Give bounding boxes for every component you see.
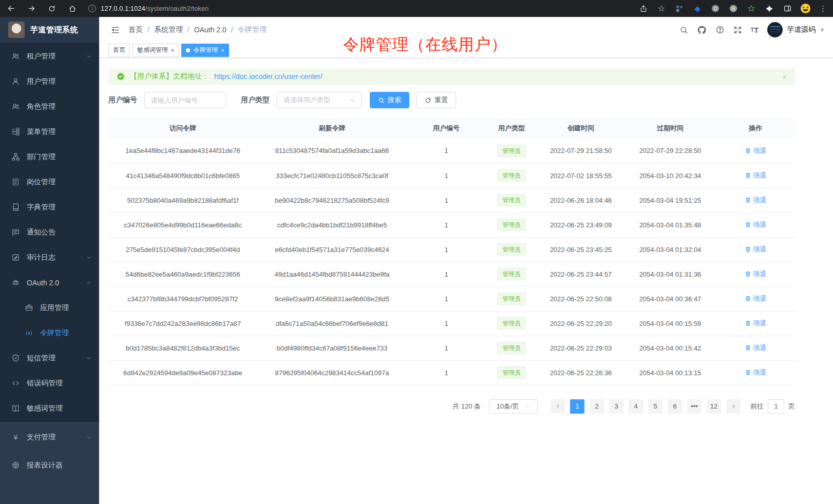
sidebar-item-label: 敏感词管理 xyxy=(27,404,63,413)
browser-home-icon[interactable] xyxy=(68,4,77,13)
page-button-5[interactable]: 5 xyxy=(648,399,662,414)
alert-close-icon[interactable]: × xyxy=(782,72,787,81)
action-cell: 强退 xyxy=(716,360,795,385)
sidebar-item-notice[interactable]: 通知公告 xyxy=(0,220,99,245)
extension-grid-icon[interactable] xyxy=(675,4,684,13)
force-logout-button[interactable]: 强退 xyxy=(745,368,767,377)
user-type-select[interactable]: 请选择用户类型 xyxy=(277,92,362,108)
table-row: f9336e7c7dd242a283ee98dc86b17a87dfa6c71a… xyxy=(108,311,795,336)
check-circle-icon xyxy=(117,72,125,81)
page-button-2[interactable]: 2 xyxy=(590,399,604,414)
post-icon xyxy=(11,178,20,186)
page-size-select[interactable]: 10条/页 xyxy=(489,399,538,414)
sidebar-item-dict[interactable]: 字典管理 xyxy=(0,195,99,220)
reset-button[interactable]: 重置 xyxy=(416,92,456,108)
font-size-icon[interactable]: TT xyxy=(751,26,759,34)
breadcrumb-item[interactable]: 首页 xyxy=(128,25,143,34)
extension-pin-icon[interactable] xyxy=(765,4,774,13)
fullscreen-icon[interactable] xyxy=(733,26,742,34)
page-button-4[interactable]: 4 xyxy=(629,399,643,414)
app-logo[interactable]: 芋道管理系统 xyxy=(0,17,99,43)
force-logout-button[interactable]: 强退 xyxy=(745,343,767,353)
page-button-1[interactable]: 1 xyxy=(570,399,584,414)
sidebar-item-post[interactable]: 岗位管理 xyxy=(0,169,99,195)
tag-view-tab[interactable]: 令牌管理× xyxy=(181,44,229,57)
force-logout-button[interactable]: 强退 xyxy=(745,245,767,254)
breadcrumb-separator: / xyxy=(187,26,190,34)
user-id-cell: 1 xyxy=(407,139,486,163)
trash-icon xyxy=(745,270,751,277)
search-icon xyxy=(378,97,385,104)
extension-gray-circle-icon[interactable] xyxy=(711,4,720,13)
breadcrumb-item[interactable]: OAuth 2.0 xyxy=(194,26,226,34)
user-menu[interactable]: 芋道源码 ▼ xyxy=(767,22,825,37)
sidebar-item-pay[interactable]: ¥支付管理 xyxy=(0,423,99,451)
force-logout-button[interactable]: 强退 xyxy=(745,269,767,279)
prev-page-button[interactable] xyxy=(551,399,565,414)
browser-forward-icon[interactable] xyxy=(27,4,36,13)
sidebar-fold-icon[interactable] xyxy=(110,25,120,35)
briefcase-icon xyxy=(25,303,33,312)
browser-menu-icon[interactable]: ⋮ xyxy=(819,4,827,13)
header-search-icon[interactable] xyxy=(679,26,688,34)
goto-page-input[interactable] xyxy=(768,399,784,414)
sidebar-item-dept[interactable]: 部门管理 xyxy=(0,144,99,169)
sidebar-item-label: 字典管理 xyxy=(27,203,55,212)
bookmark-star-icon[interactable]: ☆ xyxy=(657,4,666,13)
browser-back-icon[interactable] xyxy=(6,4,15,13)
page-button-12[interactable]: 12 xyxy=(707,399,721,414)
tag-view-tab[interactable]: 首页 xyxy=(108,44,130,57)
share-icon[interactable] xyxy=(639,4,648,13)
browser-reload-icon[interactable] xyxy=(47,4,56,13)
tab-close-icon[interactable]: × xyxy=(221,47,224,53)
sidebar-item-oauth2[interactable]: OAuth 2.0 xyxy=(0,270,99,295)
sidebar-item-role[interactable]: 角色管理 xyxy=(0,94,99,119)
sidebar-item-oauth2-token[interactable]: 令牌管理 xyxy=(0,320,99,345)
sidebar-item-report[interactable]: 报表设计器 xyxy=(0,451,99,479)
url-path: /system/oauth2/token xyxy=(145,5,209,12)
trash-icon xyxy=(745,172,751,179)
goto-label: 前往 xyxy=(750,402,764,411)
sidebar-item-sms[interactable]: 短信管理 xyxy=(0,345,99,371)
column-header: 用户类型 xyxy=(486,118,537,139)
tab-close-icon[interactable]: × xyxy=(171,47,174,53)
logo-avatar xyxy=(8,22,25,38)
page-button-3[interactable]: 3 xyxy=(609,399,623,414)
next-page-button[interactable] xyxy=(726,399,741,414)
sidebar-item-menu[interactable]: 菜单管理 xyxy=(0,119,99,144)
sidebar-item-tenant[interactable]: 租户管理 xyxy=(0,44,99,69)
tag-view-bar: 首页敏感词管理×令牌管理× xyxy=(99,43,833,58)
help-icon[interactable] xyxy=(715,25,725,34)
tag-view-tab[interactable]: 敏感词管理× xyxy=(132,44,179,57)
sidebar-item-sensitive-word[interactable]: 敏感词管理 xyxy=(0,396,99,421)
user-id-input[interactable] xyxy=(144,92,226,108)
expire-time-cell: 2054-03-04 00:13:15 xyxy=(624,360,716,385)
trash-icon xyxy=(745,295,751,302)
doc-link[interactable]: https://doc.iocoder.cn/user-center/ xyxy=(214,72,323,81)
force-logout-button[interactable]: 强退 xyxy=(745,294,767,303)
extension-dot-circle-icon[interactable] xyxy=(729,4,738,13)
force-logout-button[interactable]: 强退 xyxy=(745,146,767,156)
user-icon xyxy=(11,77,20,86)
sidebar-item-oauth2-app[interactable]: 应用管理 xyxy=(0,295,99,320)
side-panel-icon[interactable] xyxy=(783,4,792,13)
breadcrumb-item[interactable]: 系统管理 xyxy=(154,25,183,34)
force-logout-button[interactable]: 强退 xyxy=(745,196,767,205)
extension-green-star-icon[interactable] xyxy=(747,4,756,13)
profile-avatar[interactable] xyxy=(801,4,810,13)
force-logout-button[interactable]: 强退 xyxy=(745,171,767,180)
user-type-cell: 管理员 xyxy=(486,360,537,385)
expire-time-cell: 2054-03-04 00:15:59 xyxy=(624,311,716,336)
sidebar-item-error-code[interactable]: 错误码管理 xyxy=(0,371,99,396)
github-icon[interactable] xyxy=(697,25,707,35)
search-button[interactable]: 搜索 xyxy=(370,92,409,108)
sidebar-item-user[interactable]: 用户管理 xyxy=(0,69,99,94)
sidebar-item-audit-log[interactable]: 审计日志 xyxy=(0,245,99,270)
page-button-6[interactable]: 6 xyxy=(668,399,682,414)
extension-diamond-icon[interactable]: ◆ xyxy=(693,4,702,13)
site-info-icon[interactable]: i xyxy=(88,5,96,12)
address-bar[interactable]: i 127.0.0.1:1024/system/oauth2/token xyxy=(88,5,639,12)
force-logout-button[interactable]: 强退 xyxy=(745,319,767,328)
page-ellipsis[interactable]: ••• xyxy=(687,399,702,414)
force-logout-button[interactable]: 强退 xyxy=(745,220,767,229)
